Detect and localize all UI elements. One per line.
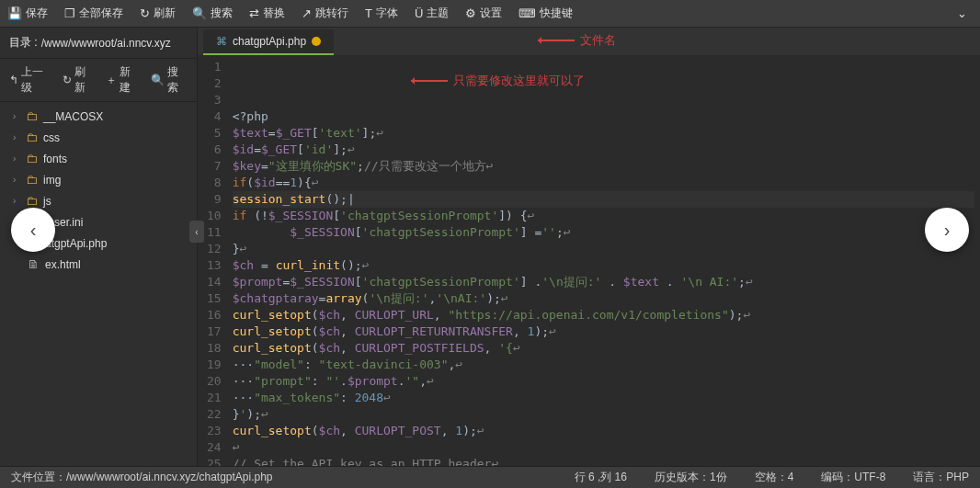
up-icon: ↰ [9,74,18,86]
file-item[interactable]: 🗎ex.html [0,254,197,275]
sidebar-toolbar: ↰上一级 ↻刷新 ＋新建 🔍搜索 [0,58,197,102]
folder-item[interactable]: ›🗀css [0,127,197,148]
search-icon: 🔍 [151,74,165,86]
php-icon: ⌘ [216,35,227,48]
annotation-filename: 文件名 [538,32,616,49]
search-icon: 🔍 [192,6,207,20]
folder-icon: 🗀 [26,173,38,187]
code-line[interactable]: <?php [233,108,974,125]
code-line[interactable]: $text=$_GET['text'];↩ [233,125,974,142]
plus-icon: ＋ [106,73,117,88]
code-content[interactable]: <?php$text=$_GET['text'];↩$id=$_GET['id'… [227,55,980,466]
keyboard-icon: ⌨ [518,6,536,20]
tab-label: chatgptApi.php [233,35,306,48]
folder-item[interactable]: ›🗀img [0,169,197,190]
file-location: 文件位置：/www/wwwroot/ai.nncv.xyz/chatgptApi… [11,470,273,485]
code-line[interactable]: ···"model": "text-davinci-003",↩ [233,357,974,373]
hotkeys-button[interactable]: ⌨快捷键 [518,6,573,21]
arrow-icon [411,80,448,82]
chevron-right-icon: › [13,175,20,185]
file-tree: ›🗀__MACOSX›🗀css›🗀fonts›🗀img›🗀js🗎.user.in… [0,102,197,278]
gear-icon: ⚙ [465,6,476,20]
sidebar-toggle[interactable]: ‹ [189,221,204,243]
folder-icon: 🗀 [26,131,38,144]
tab-bar: ⌘ chatgptApi.php 文件名 [198,28,980,55]
new-button[interactable]: ＋新建 [106,64,140,96]
code-line[interactable]: // Set the API key as an HTTP header↩ [233,456,974,466]
language[interactable]: 语言：PHP [913,470,969,485]
code-line[interactable]: curl_setopt($ch, CURLOPT_RETURNTRANSFER,… [233,323,974,340]
sidebar-search-button[interactable]: 🔍搜索 [151,64,188,96]
directory-path: 目录 : /www/wwwroot/ai.nncv.xyz [0,28,197,58]
code-line[interactable]: $ch = curl_init();↩ [233,257,974,274]
folder-icon: 🗀 [26,152,38,165]
chevron-right-icon: › [13,132,20,142]
refresh-button[interactable]: ↻刷新 [140,6,176,21]
replace-icon: ⇄ [249,6,259,20]
code-line[interactable]: ···"max_tokens": 2048↩ [233,390,974,406]
code-line[interactable]: $chatgptaray=array('\n提问:','\nAI:');↩ [233,290,974,307]
save-all-icon: ❐ [64,6,75,20]
font-button[interactable]: T字体 [365,6,398,21]
gallery-prev-button[interactable]: ‹ [11,208,55,252]
item-label: fonts [43,153,67,165]
chevron-right-icon: › [13,196,20,206]
item-label: css [43,131,60,144]
history-versions[interactable]: 历史版本：1份 [655,470,727,485]
code-line[interactable]: curl_setopt($ch, CURLOPT_POSTFIELDS, '{↩ [233,340,974,357]
refresh-icon: ↻ [140,6,150,20]
top-toolbar: 💾保存 ❐全部保存 ↻刷新 🔍搜索 ⇄替换 ↗跳转行 T字体 Ü主题 ⚙设置 ⌨… [0,0,980,28]
encoding[interactable]: 编码：UTF-8 [821,470,885,485]
replace-button[interactable]: ⇄替换 [249,6,285,21]
theme-button[interactable]: Ü主题 [415,6,449,21]
code-line[interactable]: }');↩ [233,406,974,423]
folder-item[interactable]: ›🗀__MACOSX [0,106,197,127]
warning-icon [312,37,321,46]
code-line[interactable]: if (!$_SESSION['chatgptSessionPrompt']) … [233,208,974,224]
code-line[interactable]: $prompt=$_SESSION['chatgptSessionPrompt'… [233,274,974,290]
up-button[interactable]: ↰上一级 [9,64,51,96]
item-label: atgptApi.php [45,237,107,250]
code-line[interactable]: $_SESSION['chatgptSessionPrompt'] ='';↩ [233,224,974,241]
editor-area: ⌘ chatgptApi.php 文件名 1234567891011121314… [198,28,980,466]
folder-item[interactable]: ›🗀fonts [0,148,197,169]
line-col[interactable]: 行 6 ,列 16 [575,470,627,485]
code-line[interactable]: curl_setopt($ch, CURLOPT_URL, "https://a… [233,307,974,323]
code-line[interactable]: $key="这里填你的SK";//只需要改这一个地方↩ [233,158,974,175]
indent-setting[interactable]: 空格：4 [755,470,794,485]
folder-icon: 🗀 [26,109,38,123]
code-line[interactable]: }↩ [233,241,974,257]
search-button[interactable]: 🔍搜索 [192,6,233,21]
save-icon: 💾 [7,6,22,20]
font-icon: T [365,6,372,20]
goto-icon: ↗ [302,6,312,20]
file-icon: 🗎 [28,257,40,271]
line-gutter: 1234567891011121314151617181920212223242… [198,55,227,466]
save-button[interactable]: 💾保存 [7,6,48,21]
code-line[interactable]: ↩ [233,439,974,456]
theme-icon: Ü [415,6,423,20]
settings-button[interactable]: ⚙设置 [465,6,502,21]
chevron-right-icon: › [13,153,20,164]
item-label: js [43,195,51,208]
goto-line-button[interactable]: ↗跳转行 [302,6,348,21]
code-line[interactable]: ···"prompt": "'.$prompt.'",↩ [233,373,974,390]
code-line[interactable]: $id=$_GET['id'];↩ [233,142,974,158]
save-all-button[interactable]: ❐全部保存 [64,6,123,21]
toolbar-collapse-icon[interactable]: ⌄ [952,6,973,20]
code-editor[interactable]: 1234567891011121314151617181920212223242… [198,55,980,466]
gallery-next-button[interactable]: › [925,208,969,252]
folder-icon: 🗀 [26,194,38,208]
chevron-right-icon: › [13,111,20,121]
code-line[interactable]: curl_setopt($ch, CURLOPT_POST, 1);↩ [233,423,974,439]
code-line[interactable]: session_start();| [233,191,974,208]
item-label: img [43,174,61,187]
status-bar: 文件位置：/www/wwwroot/ai.nncv.xyz/chatgptApi… [0,466,980,488]
annotation-edit-here: 只需要修改这里就可以了 [411,73,585,89]
sidebar-refresh-button[interactable]: ↻刷新 [63,64,95,96]
item-label: __MACOSX [43,110,103,123]
arrow-icon [538,40,575,41]
refresh-icon: ↻ [63,74,72,86]
tab-chatgptapi[interactable]: ⌘ chatgptApi.php [203,29,334,55]
code-line[interactable]: if($id==1){↩ [233,175,974,191]
